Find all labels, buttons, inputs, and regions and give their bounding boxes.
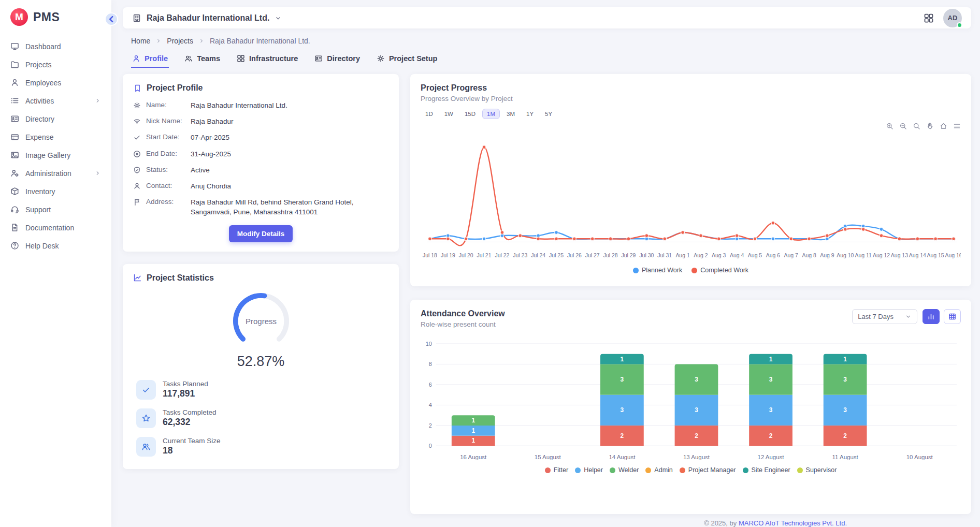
sidebar-item-label: Image Gallery bbox=[25, 151, 70, 159]
box-icon bbox=[10, 187, 19, 196]
sidebar-item-label: Support bbox=[25, 206, 51, 214]
chart-toolbar bbox=[421, 121, 961, 130]
tab-teams[interactable]: Teams bbox=[183, 52, 221, 68]
modify-details-button[interactable]: Modify Details bbox=[229, 225, 293, 242]
sidebar-item-projects[interactable]: Projects bbox=[5, 55, 106, 74]
bar-chart-legend: FitterHelperWelderAdminProject ManagerSi… bbox=[421, 466, 961, 474]
sidebar-item-administration[interactable]: Administration bbox=[5, 164, 106, 182]
attendance-bar-chart[interactable]: 024681011116 August15 August233114 Augus… bbox=[421, 335, 961, 465]
range-button-1y[interactable]: 1Y bbox=[522, 109, 538, 119]
footer-company-link[interactable]: MARCO AIoT Technologies Pvt. Ltd. bbox=[739, 519, 847, 527]
breadcrumb: HomeProjectsRaja Bahadur International L… bbox=[131, 37, 971, 45]
chevron-down-icon bbox=[275, 14, 282, 22]
svg-text:2: 2 bbox=[695, 432, 698, 440]
range-button-3m[interactable]: 3M bbox=[502, 109, 520, 119]
attendance-card: Attendance Overview Role-wise present co… bbox=[410, 300, 971, 514]
svg-text:Aug 5: Aug 5 bbox=[748, 253, 762, 258]
bar-chart-view-button[interactable] bbox=[923, 309, 940, 324]
chevron-right-icon bbox=[94, 170, 101, 177]
apps-grid-icon[interactable] bbox=[924, 13, 934, 23]
stats-list: Tasks Planned117,891Tasks Completed62,33… bbox=[136, 380, 388, 457]
card-header: Project Profile bbox=[133, 83, 388, 93]
field-value: Raja Bahadur Mill Rd, behind Sheraton Gr… bbox=[191, 198, 388, 216]
tab-directory[interactable]: Directory bbox=[313, 52, 361, 68]
breadcrumb-item-home[interactable]: Home bbox=[131, 37, 150, 45]
range-button-1d[interactable]: 1D bbox=[421, 109, 438, 119]
zoom-out-icon[interactable] bbox=[899, 121, 907, 130]
svg-text:Jul 21: Jul 21 bbox=[477, 253, 492, 258]
pan-icon[interactable] bbox=[926, 121, 934, 130]
user-avatar[interactable]: AD bbox=[943, 9, 962, 27]
stat-tasks-completed: Tasks Completed62,332 bbox=[136, 408, 388, 428]
profile-field-nick-name: Nick Name:Raja Bahadur bbox=[133, 117, 388, 126]
field-label: Start Date: bbox=[146, 133, 185, 141]
table-view-button[interactable] bbox=[944, 309, 961, 324]
sidebar-item-expense[interactable]: Expense bbox=[5, 128, 106, 146]
range-button-15d[interactable]: 15D bbox=[460, 109, 480, 119]
sidebar-item-label: Dashboard bbox=[25, 42, 61, 51]
legend-admin[interactable]: Admin bbox=[645, 466, 672, 474]
menu-icon[interactable] bbox=[953, 121, 961, 130]
tab-profile[interactable]: Profile bbox=[131, 52, 169, 68]
breadcrumb-item-projects[interactable]: Projects bbox=[167, 37, 193, 45]
progress-line-chart[interactable]: Jul 18Jul 19Jul 20Jul 21Jul 22Jul 23Jul … bbox=[421, 131, 961, 265]
home-icon[interactable] bbox=[940, 121, 947, 130]
range-button-1w[interactable]: 1W bbox=[440, 109, 458, 119]
sidebar-item-help-desk[interactable]: Help Desk bbox=[5, 237, 106, 255]
card-header: Attendance Overview Role-wise present co… bbox=[421, 309, 505, 328]
sidebar-item-directory[interactable]: Directory bbox=[5, 110, 106, 128]
svg-text:2: 2 bbox=[843, 432, 847, 440]
selection-zoom-icon[interactable] bbox=[913, 121, 920, 130]
legend-marker bbox=[575, 467, 581, 473]
zoom-in-icon[interactable] bbox=[886, 121, 893, 130]
sidebar-item-label: Employees bbox=[25, 79, 61, 87]
svg-text:1: 1 bbox=[769, 356, 773, 363]
card-header: Project Progress Progress Overview by Pr… bbox=[421, 83, 961, 103]
left-column: Project Profile Name:Raja Bahadur Intern… bbox=[123, 74, 399, 514]
svg-text:Aug 10: Aug 10 bbox=[837, 253, 854, 258]
tab-label: Teams bbox=[197, 54, 220, 63]
svg-text:Aug 15: Aug 15 bbox=[927, 253, 944, 258]
image-icon bbox=[10, 151, 19, 159]
svg-text:1: 1 bbox=[471, 417, 475, 424]
sidebar-item-inventory[interactable]: Inventory bbox=[5, 182, 106, 200]
legend-supervisor[interactable]: Supervisor bbox=[797, 466, 837, 474]
sidebar-item-image-gallery[interactable]: Image Gallery bbox=[5, 146, 106, 164]
svg-text:Aug 14: Aug 14 bbox=[909, 253, 926, 258]
range-button-5y[interactable]: 5Y bbox=[540, 109, 557, 119]
date-range-value: Last 7 Days bbox=[858, 313, 893, 320]
legend-fitter[interactable]: Fitter bbox=[545, 466, 568, 474]
legend-welder[interactable]: Welder bbox=[610, 466, 639, 474]
app-logo[interactable]: M PMS bbox=[0, 0, 111, 34]
sidebar-item-documentation[interactable]: Documentation bbox=[5, 218, 106, 237]
chevron-right-icon bbox=[155, 38, 162, 44]
sidebar-item-dashboard[interactable]: Dashboard bbox=[5, 37, 106, 55]
tab-infrastructure[interactable]: Infrastructure bbox=[236, 52, 299, 68]
sidebar-item-support[interactable]: Support bbox=[5, 200, 106, 218]
sidebar-collapse-button[interactable] bbox=[105, 12, 118, 26]
sidebar-item-activities[interactable]: Activities bbox=[5, 92, 106, 110]
legend-site-engineer[interactable]: Site Engineer bbox=[743, 466, 790, 474]
legend-completed-work[interactable]: Completed Work bbox=[691, 267, 748, 274]
date-range-select[interactable]: Last 7 Days bbox=[852, 309, 917, 324]
svg-text:Jul 28: Jul 28 bbox=[603, 253, 618, 258]
legend-helper[interactable]: Helper bbox=[575, 466, 603, 474]
legend-project-manager[interactable]: Project Manager bbox=[680, 466, 736, 474]
legend-marker bbox=[743, 467, 748, 473]
legend-marker bbox=[691, 268, 697, 273]
tab-project-setup[interactable]: Project Setup bbox=[376, 52, 438, 68]
company-selector[interactable]: Raja Bahadur International Ltd. bbox=[132, 13, 282, 23]
sidebar-item-employees[interactable]: Employees bbox=[5, 74, 106, 92]
card-title: Attendance Overview bbox=[421, 309, 505, 318]
range-button-1m[interactable]: 1M bbox=[482, 109, 500, 119]
legend-planned-work[interactable]: Planned Work bbox=[633, 267, 682, 274]
people-icon bbox=[184, 54, 193, 63]
attendance-controls: Last 7 Days bbox=[852, 309, 961, 324]
field-label: Contact: bbox=[146, 182, 185, 189]
sidebar-item-label: Help Desk bbox=[25, 242, 59, 250]
svg-text:2: 2 bbox=[769, 432, 773, 440]
svg-text:Aug 6: Aug 6 bbox=[766, 253, 781, 258]
svg-text:Aug 7: Aug 7 bbox=[784, 253, 799, 258]
sidebar-item-label: Administration bbox=[25, 169, 71, 178]
stat-label: Current Team Size bbox=[163, 437, 221, 445]
